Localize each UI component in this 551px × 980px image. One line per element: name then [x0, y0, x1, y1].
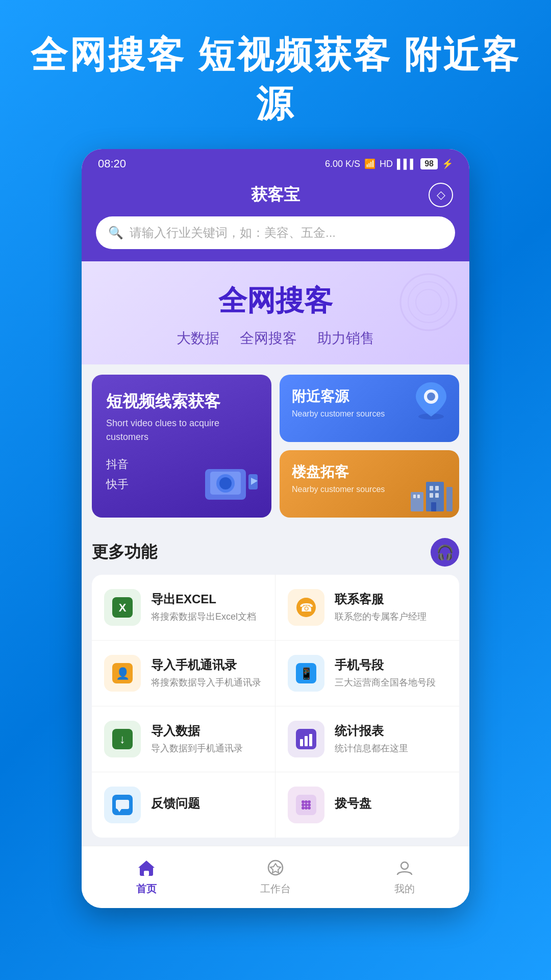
app-title: 获客宝	[251, 184, 300, 206]
wifi-icon: 📶	[364, 158, 375, 169]
banner-decoration	[398, 272, 459, 333]
contact-name: 导入手机通讯录	[151, 657, 261, 673]
nav-workspace[interactable]: 工作台	[211, 856, 340, 896]
camera-illustration	[200, 456, 261, 507]
svg-point-6	[219, 477, 232, 489]
cards-grid: 短视频线索获客 Short video clues to acquire cus…	[82, 364, 469, 528]
import-desc: 导入数据到手机通讯录	[151, 742, 243, 755]
signal-icon: ▌▌▌	[397, 159, 416, 169]
svg-rect-35	[309, 734, 312, 746]
svg-marker-50	[138, 861, 155, 868]
svg-point-11	[427, 393, 435, 401]
nav-profile[interactable]: 我的	[340, 856, 469, 896]
svg-text:↓: ↓	[119, 732, 126, 746]
chart-icon	[288, 721, 324, 757]
svg-point-2	[416, 289, 441, 315]
phone-desc: 三大运营商全国各地号段	[335, 676, 436, 689]
func-stats[interactable]: 统计报表 统计信息都在这里	[276, 706, 459, 772]
chart-desc: 统计信息都在这里	[335, 742, 408, 755]
more-functions-header: 更多功能 🎧	[92, 538, 459, 567]
bookmark-icon[interactable]: ◇	[429, 183, 453, 207]
dial-name: 拨号盘	[335, 795, 371, 812]
svg-marker-53	[270, 864, 281, 873]
chart-name: 统计报表	[335, 723, 408, 739]
svg-point-45	[308, 803, 311, 806]
func-import-data[interactable]: ↓ 导入数据 导入数据到手机通讯录	[92, 706, 276, 772]
func-feedback[interactable]: 反馈问题	[92, 772, 276, 838]
time: 08:20	[98, 157, 126, 170]
func-phone-segment[interactable]: 📱 手机号段 三大运营商全国各地号段	[276, 641, 459, 706]
more-functions-title: 更多功能	[92, 541, 157, 564]
svg-rect-16	[417, 495, 420, 498]
excel-name: 导出EXCEL	[151, 591, 256, 607]
search-placeholder: 请输入行业关键词，如：美容、五金...	[130, 225, 336, 241]
contact-desc: 将搜索数据导入手机通讯录	[151, 676, 261, 689]
feedback-name: 反馈问题	[151, 795, 200, 812]
dial-icon	[288, 787, 324, 823]
func-export-excel[interactable]: X 导出EXCEL 将搜索数据导出Excel文档	[92, 575, 276, 640]
app-header: 获客宝 ◇	[82, 179, 469, 216]
svg-point-46	[302, 806, 305, 810]
svg-point-1	[408, 282, 449, 323]
nav-profile-label: 我的	[394, 882, 415, 896]
svg-point-0	[400, 274, 457, 330]
svg-rect-12	[411, 492, 423, 511]
svg-rect-37	[116, 800, 129, 809]
workspace-icon	[264, 856, 287, 879]
func-customer-service[interactable]: ☎ 联系客服 联系您的专属客户经理	[276, 575, 459, 640]
svg-text:X: X	[119, 601, 127, 614]
contact-icon: 👤	[104, 655, 141, 692]
status-right: 6.00 K/S 📶 HD ▌▌▌ 98 ⚡	[325, 158, 453, 169]
search-bar[interactable]: 🔍 请输入行业关键词，如：美容、五金...	[96, 216, 455, 249]
svg-rect-14	[446, 487, 453, 511]
excel-desc: 将搜索数据导出Excel文档	[151, 610, 256, 623]
func-row-3: ↓ 导入数据 导入数据到手机通讯录 统计报表 统计信息都在这里	[92, 706, 459, 772]
svg-rect-19	[430, 493, 433, 498]
svg-point-40	[302, 800, 305, 803]
search-container: 🔍 请输入行业关键词，如：美容、五金...	[82, 216, 469, 261]
func-grid: X 导出EXCEL 将搜索数据导出Excel文档 ☎ 联系客服 联系您的专属客户…	[92, 575, 459, 838]
svg-rect-20	[435, 493, 439, 498]
nav-home[interactable]: 首页	[82, 856, 211, 896]
home-icon	[135, 856, 158, 879]
svg-point-48	[308, 806, 311, 810]
svg-rect-15	[413, 495, 416, 498]
card-property[interactable]: 楼盘拓客 Nearby customer sources	[280, 450, 459, 518]
banner-tag-1: 大数据	[177, 329, 219, 348]
service-desc: 联系您的专属客户经理	[335, 610, 427, 623]
banner-tag-2: 全网搜客	[240, 329, 297, 348]
speed: 6.00 K/S	[325, 159, 360, 169]
location-illustration	[408, 380, 454, 421]
func-import-contacts[interactable]: 👤 导入手机通讯录 将搜索数据导入手机通讯录	[92, 641, 276, 706]
card-nearby[interactable]: 附近客源 Nearby customer sources	[280, 375, 459, 442]
feedback-icon	[104, 787, 141, 823]
building-illustration	[408, 477, 454, 512]
bottom-nav: 首页 工作台 我的	[82, 846, 469, 908]
import-name: 导入数据	[151, 723, 243, 739]
battery: 98	[420, 158, 438, 169]
excel-icon: X	[104, 589, 141, 626]
func-dialpad[interactable]: 拨号盘	[276, 772, 459, 838]
import-icon: ↓	[104, 721, 141, 757]
svg-point-47	[305, 806, 308, 810]
svg-rect-51	[144, 871, 149, 876]
bolt-icon: ⚡	[442, 158, 453, 169]
card-left-title: 短视频线索获客	[106, 391, 257, 412]
svg-point-44	[305, 803, 308, 806]
svg-rect-34	[305, 736, 308, 746]
top-headline: 全网搜客 短视频获客 附近客源	[0, 0, 551, 149]
service-name: 联系客服	[335, 591, 427, 607]
card-short-video[interactable]: 短视频线索获客 Short video clues to acquire cus…	[92, 375, 271, 518]
nav-workspace-label: 工作台	[260, 882, 291, 896]
svg-point-43	[302, 803, 305, 806]
banner[interactable]: 全网搜客 大数据 全网搜客 助力销售	[82, 261, 469, 364]
svg-text:📱: 📱	[299, 667, 314, 680]
svg-rect-33	[300, 739, 303, 746]
svg-rect-17	[430, 486, 433, 491]
headphone-button[interactable]: 🎧	[431, 538, 459, 567]
card-left-subtitle: Short video clues to acquire customers	[106, 416, 257, 444]
svg-point-54	[401, 862, 408, 869]
svg-text:☎: ☎	[299, 601, 313, 614]
service-icon: ☎	[288, 589, 324, 626]
nav-home-label: 首页	[136, 882, 157, 896]
